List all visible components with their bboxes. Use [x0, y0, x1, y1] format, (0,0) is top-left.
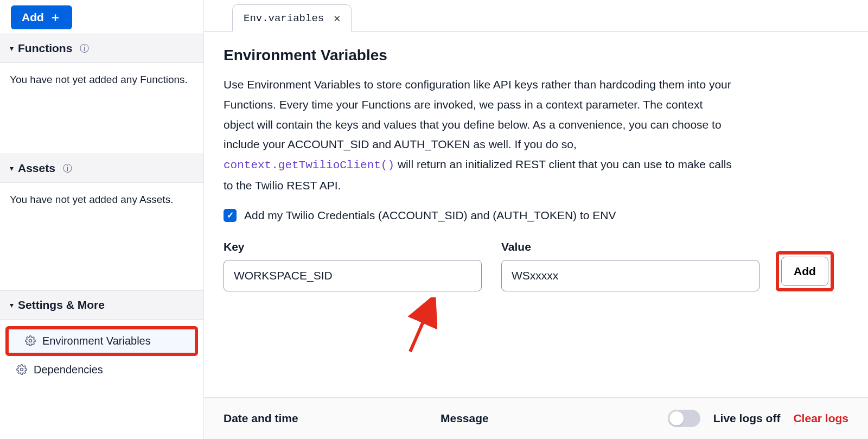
functions-section-header[interactable]: ▾ Functions ⓘ — [0, 34, 203, 63]
add-credentials-checkbox-row[interactable]: ✓ Add my Twilio Credentials (ACCOUNT_SID… — [224, 209, 848, 222]
assets-section-header[interactable]: ▾ Assets ⓘ — [0, 154, 203, 183]
chevron-down-icon: ▾ — [10, 301, 14, 309]
plus-icon: ＋ — [49, 11, 61, 23]
annotation-highlight: Environment Variables — [5, 326, 198, 356]
key-input[interactable] — [224, 260, 482, 291]
logs-bar: Date and time Message Live logs off Clea… — [204, 397, 868, 439]
settings-title: Settings & More — [18, 298, 105, 311]
live-logs-toggle[interactable] — [668, 410, 700, 427]
clear-logs-link[interactable]: Clear logs — [793, 412, 848, 425]
chevron-down-icon: ▾ — [10, 44, 14, 53]
value-label: Value — [501, 240, 760, 253]
tab-env-variables[interactable]: Env.variables ✕ — [232, 4, 352, 31]
add-variable-button[interactable]: Add — [781, 257, 828, 286]
page-description: Use Environment Variables to store confi… — [224, 75, 733, 196]
close-icon[interactable]: ✕ — [334, 11, 340, 25]
logs-column-message: Message — [441, 412, 668, 425]
chevron-down-icon: ▾ — [10, 164, 14, 173]
value-input[interactable] — [501, 260, 760, 291]
functions-empty-text: You have not yet added any Functions. — [0, 63, 203, 97]
code-snippet: context.getTwilioClient() — [224, 159, 394, 171]
add-button-label: Add — [22, 11, 44, 24]
functions-title: Functions — [18, 42, 72, 55]
sidebar-item-label: Dependencies — [34, 364, 103, 376]
logs-column-date: Date and time — [224, 412, 441, 425]
info-icon[interactable]: ⓘ — [80, 42, 89, 55]
toggle-knob — [669, 411, 684, 425]
sidebar-item-label: Environment Variables — [42, 335, 151, 347]
gear-icon — [25, 335, 36, 346]
svg-point-1 — [21, 368, 23, 371]
gear-icon — [16, 364, 27, 375]
sidebar: Add ＋ ▾ Functions ⓘ You have not yet add… — [0, 0, 204, 439]
assets-title: Assets — [18, 162, 55, 175]
tab-label: Env.variables — [244, 12, 324, 24]
checkbox-checked-icon[interactable]: ✓ — [224, 209, 237, 222]
info-icon[interactable]: ⓘ — [63, 162, 72, 175]
checkbox-label: Add my Twilio Credentials (ACCOUNT_SID) … — [244, 209, 616, 222]
assets-empty-text: You have not yet added any Assets. — [0, 183, 203, 217]
key-label: Key — [224, 240, 482, 253]
sidebar-item-environment-variables[interactable]: Environment Variables — [9, 329, 195, 353]
page-title: Environment Variables — [224, 47, 848, 64]
sidebar-item-dependencies[interactable]: Dependencies — [0, 358, 203, 381]
live-logs-label: Live logs off — [713, 412, 781, 425]
tab-bar: Env.variables ✕ — [204, 0, 868, 31]
settings-section-header[interactable]: ▾ Settings & More — [0, 290, 203, 320]
main-area: Env.variables ✕ Environment Variables Us… — [204, 0, 868, 439]
add-button[interactable]: Add ＋ — [11, 5, 72, 29]
annotation-highlight: Add — [776, 251, 834, 291]
svg-point-0 — [29, 340, 32, 342]
